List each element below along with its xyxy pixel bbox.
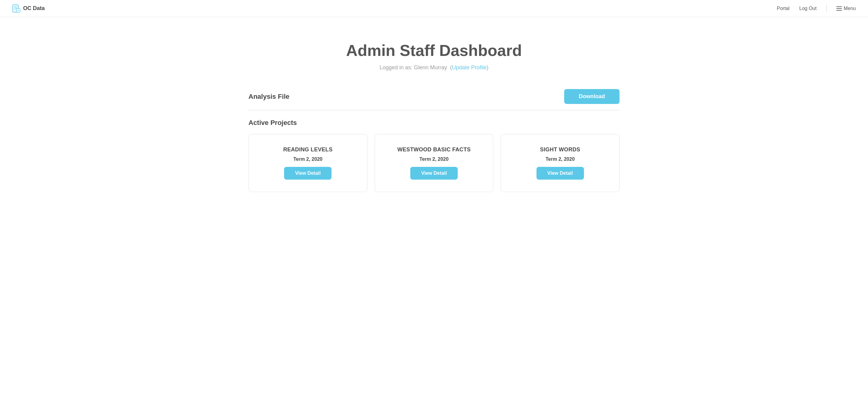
navbar: OC Data Portal Log Out Menu bbox=[0, 0, 868, 17]
nav-divider bbox=[826, 5, 827, 12]
project-card-0: READING LEVELS Term 2, 2020 View Detail bbox=[248, 134, 367, 192]
portal-link[interactable]: Portal bbox=[777, 6, 789, 11]
project-card-1: WESTWOOD BASIC FACTS Term 2, 2020 View D… bbox=[375, 134, 494, 192]
logout-link[interactable]: Log Out bbox=[799, 6, 816, 11]
menu-label: Menu bbox=[844, 6, 856, 11]
view-detail-button-1[interactable]: View Detail bbox=[410, 167, 458, 180]
section-divider bbox=[248, 110, 620, 110]
hero-section: Admin Staff Dashboard Logged in as: Glen… bbox=[0, 17, 868, 89]
logo[interactable]: OC Data bbox=[12, 4, 45, 13]
logged-in-text: Logged in as: Glenn Murray bbox=[379, 64, 447, 70]
project-term-2: Term 2, 2020 bbox=[546, 157, 575, 162]
logged-in-info: Logged in as: Glenn Murray (Update Profi… bbox=[12, 64, 856, 71]
hamburger-icon bbox=[836, 6, 842, 11]
logo-icon bbox=[12, 4, 21, 13]
projects-section: Active Projects READING LEVELS Term 2, 2… bbox=[248, 119, 620, 192]
analysis-title: Analysis File bbox=[248, 93, 289, 101]
view-detail-button-0[interactable]: View Detail bbox=[284, 167, 332, 180]
logo-text: OC Data bbox=[23, 5, 45, 11]
project-name-0: READING LEVELS bbox=[283, 147, 333, 153]
project-term-1: Term 2, 2020 bbox=[420, 157, 448, 162]
download-button[interactable]: Download bbox=[564, 89, 620, 104]
project-name-1: WESTWOOD BASIC FACTS bbox=[397, 147, 470, 153]
menu-button[interactable]: Menu bbox=[836, 6, 856, 11]
nav-right: Portal Log Out Menu bbox=[777, 5, 856, 12]
main-content: Analysis File Download Active Projects R… bbox=[236, 89, 632, 210]
projects-title: Active Projects bbox=[248, 119, 620, 127]
analysis-section: Analysis File Download bbox=[248, 89, 620, 110]
update-profile-link[interactable]: Update Profile bbox=[452, 64, 487, 70]
view-detail-button-2[interactable]: View Detail bbox=[536, 167, 584, 180]
projects-grid: READING LEVELS Term 2, 2020 View Detail … bbox=[248, 134, 620, 192]
project-term-0: Term 2, 2020 bbox=[293, 157, 322, 162]
project-name-2: SIGHT WORDS bbox=[540, 147, 580, 153]
page-title: Admin Staff Dashboard bbox=[12, 41, 856, 60]
project-card-2: SIGHT WORDS Term 2, 2020 View Detail bbox=[501, 134, 620, 192]
